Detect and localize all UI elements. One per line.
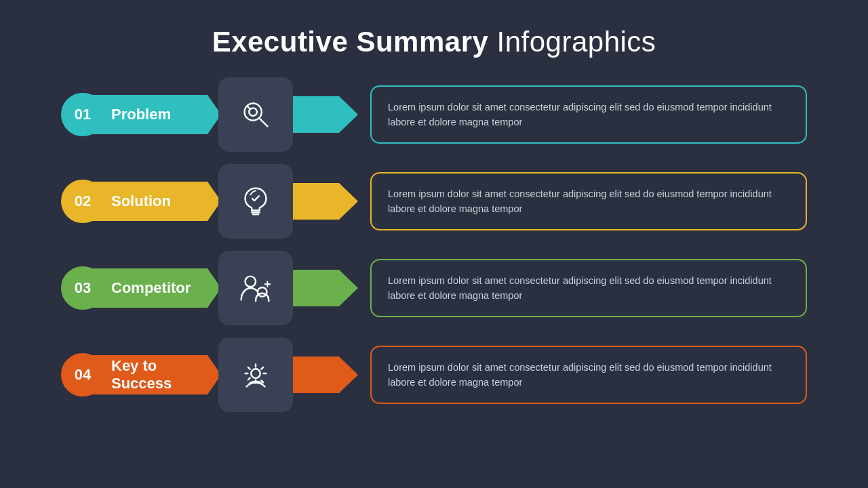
big-arrow-2 (290, 266, 358, 310)
svg-point-7 (258, 287, 267, 297)
circle-badge-1: 02 (61, 180, 104, 223)
big-arrow-1 (290, 180, 358, 223)
svg-line-3 (248, 106, 250, 109)
arrow-body-2 (290, 270, 358, 306)
row-04: 04 Key to Success Lorem ipsum dolor sit … (61, 338, 807, 412)
page-title: Executive Summary Infographics (212, 26, 656, 58)
arrow-body-1 (290, 183, 358, 220)
title-bold: Executive Summary (212, 26, 489, 58)
big-arrow-0 (290, 93, 358, 136)
icon-box-3 (218, 338, 293, 412)
desc-box-2: Lorem ipsum dolor sit amet consectetur a… (370, 259, 807, 317)
arrow-body-0 (290, 96, 358, 133)
arrow-label-3: Key to Success (92, 355, 221, 394)
row-03: 03 Competitor Lorem ipsum dolor sit amet… (61, 251, 807, 325)
desc-text-0: Lorem ipsum dolor sit amet consectetur a… (388, 100, 789, 130)
icon-box-1 (218, 164, 293, 239)
row-01: 01 Problem Lorem ipsum dolor sit amet co… (61, 77, 807, 152)
circle-badge-2: 03 (61, 266, 104, 310)
arrow-label-2: Competitor (92, 268, 221, 308)
desc-box-1: Lorem ipsum dolor sit amet consectetur a… (370, 172, 807, 230)
row-02: 02 Solution Lorem ipsum dolor sit amet c… (61, 164, 807, 239)
arrow-body-3 (290, 357, 358, 393)
desc-text-2: Lorem ipsum dolor sit amet consectetur a… (388, 273, 789, 304)
rows-container: 01 Problem Lorem ipsum dolor sit amet co… (61, 77, 807, 412)
icon-box-0 (218, 77, 293, 152)
desc-box-0: Lorem ipsum dolor sit amet consectetur a… (370, 85, 807, 144)
svg-point-6 (245, 277, 256, 287)
big-arrow-3 (290, 353, 358, 396)
circle-badge-0: 01 (61, 93, 104, 136)
svg-line-1 (260, 119, 268, 127)
circle-badge-3: 04 (61, 353, 104, 396)
title-light: Infographics (488, 26, 656, 58)
arrow-label-0: Problem (92, 95, 221, 134)
icon-box-2 (218, 251, 293, 325)
svg-point-8 (251, 369, 260, 378)
desc-text-3: Lorem ipsum dolor sit amet consectetur a… (388, 360, 789, 390)
desc-text-1: Lorem ipsum dolor sit amet consectetur a… (388, 186, 789, 217)
arrow-label-1: Solution (92, 182, 221, 221)
svg-point-0 (245, 104, 262, 121)
desc-box-3: Lorem ipsum dolor sit amet consectetur a… (370, 346, 807, 404)
